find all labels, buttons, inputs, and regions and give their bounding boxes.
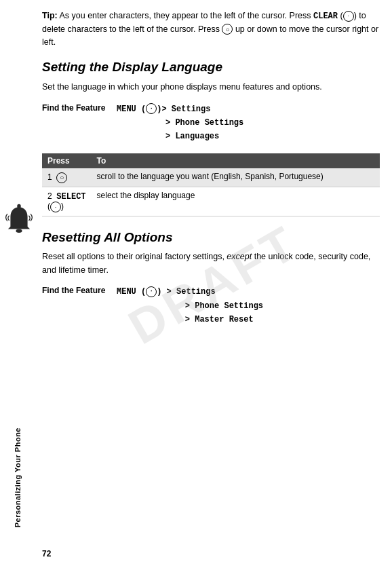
tip-prefix: Tip: bbox=[42, 11, 58, 20]
tip-paragraph: Tip: As you enter characters, they appea… bbox=[42, 10, 380, 49]
page-number: 72 bbox=[42, 549, 51, 558]
table-cell-step1: 1 ○ bbox=[42, 168, 92, 187]
main-content: Tip: As you enter characters, they appea… bbox=[35, 0, 392, 568]
svg-point-1 bbox=[16, 229, 22, 233]
sidebar-label: Personalizing Your Phone bbox=[14, 428, 22, 527]
table-row: 2 SELECT (·) select the display language bbox=[42, 187, 380, 216]
find-feature-label-1: Find the Feature bbox=[42, 102, 117, 144]
find-feature-box-2: Find the Feature MENU (·) > Settings > P… bbox=[42, 285, 380, 326]
step1-key-icon: ○ bbox=[56, 172, 67, 183]
bell-icon bbox=[4, 202, 34, 239]
svg-rect-0 bbox=[17, 204, 20, 208]
select-circle-icon: · bbox=[50, 202, 61, 212]
menu-circle-icon-2: · bbox=[146, 286, 157, 297]
step2-key: SELECT bbox=[56, 192, 85, 202]
table-header-to: To bbox=[92, 153, 380, 168]
section1-intro: Set the language in which your phone dis… bbox=[42, 81, 380, 94]
table-row: 1 ○ scroll to the language you want (Eng… bbox=[42, 168, 380, 187]
bell-icon-area bbox=[3, 200, 35, 241]
tip-clear: CLEAR bbox=[313, 12, 338, 21]
step2-circle: (·) bbox=[47, 202, 64, 211]
find-feature-box-1: Find the Feature MENU (·)> Settings > Ph… bbox=[42, 102, 380, 144]
clear-circle-icon: · bbox=[343, 11, 354, 22]
section1-heading: Setting the Display Language bbox=[42, 60, 380, 75]
tip-text1: As you enter characters, they appear to … bbox=[58, 11, 313, 20]
nav-circle-icon: ○ bbox=[222, 24, 233, 35]
sidebar: Personalizing Your Phone bbox=[0, 0, 35, 568]
table-cell-action2: select the display language bbox=[92, 187, 380, 216]
section2-heading: Resetting All Options bbox=[42, 230, 380, 246]
steps-table: Press To 1 ○ scroll to the language you … bbox=[42, 153, 380, 216]
find-feature-label-2: Find the Feature bbox=[42, 285, 117, 326]
menu-circle-icon-1: · bbox=[146, 103, 157, 114]
table-cell-step2: 2 SELECT (·) bbox=[42, 187, 92, 216]
table-cell-action1: scroll to the language you want (English… bbox=[92, 168, 380, 187]
section2-intro-start: Reset all options to their original fact… bbox=[42, 252, 227, 261]
tip-circle1: (·) bbox=[338, 11, 359, 20]
find-feature-content-1: MENU (·)> Settings > Phone Settings > La… bbox=[117, 102, 243, 144]
find-feature-content-2: MENU (·) > Settings > Phone Settings > M… bbox=[117, 285, 263, 326]
table-header-press: Press bbox=[42, 153, 92, 168]
section2-intro-italic: except bbox=[227, 252, 252, 261]
section2-intro: Reset all options to their original fact… bbox=[42, 250, 380, 277]
page-container: Personalizing Your Phone Tip: As you ent… bbox=[0, 0, 392, 568]
